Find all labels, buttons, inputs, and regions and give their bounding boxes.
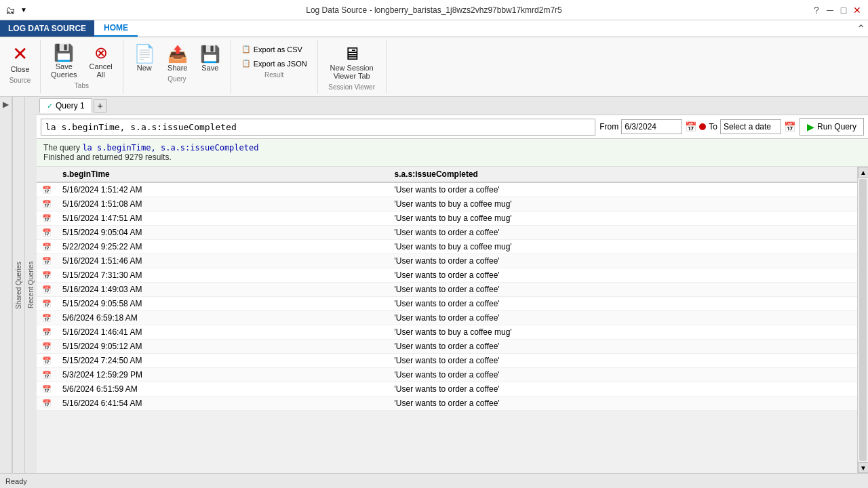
table-row[interactable]: 📅 5/16/2024 1:51:46 AM 'User wants to or… xyxy=(37,254,857,268)
vertical-scrollbar[interactable]: ▲ ▼ xyxy=(857,167,868,473)
query-tab-check-icon: ✓ xyxy=(47,102,53,110)
table-row[interactable]: 📅 5/6/2024 6:51:59 AM 'User wants to ord… xyxy=(37,382,857,396)
row-icon-cell: 📅 xyxy=(37,311,57,325)
calendar-icon: 📅 xyxy=(42,399,52,407)
query-input[interactable] xyxy=(41,119,595,136)
cell-issue-completed: 'User wants to buy a coffee mug' xyxy=(389,240,857,254)
export-csv-icon: 📋 xyxy=(241,45,251,54)
row-icon-cell: 📅 xyxy=(37,240,57,254)
recent-queries-sidebar[interactable]: Recent Queries xyxy=(24,97,37,473)
table-row[interactable]: 📅 5/15/2024 9:05:58 AM 'User wants to or… xyxy=(37,297,857,311)
new-session-viewer-tab-button[interactable]: 🖥 New Session Viewer Tab xyxy=(323,43,380,82)
cancel-all-button[interactable]: ⊗ CancelAll xyxy=(85,43,117,81)
cell-issue-completed: 'User wants to order a coffee' xyxy=(389,354,857,368)
query-tab-1[interactable]: ✓ Query 1 xyxy=(39,98,92,113)
app-icon: 🗂 xyxy=(5,5,15,16)
status-bar: Ready xyxy=(0,473,868,488)
cell-begin-time: 5/16/2024 6:41:54 AM xyxy=(57,396,389,411)
cell-begin-time: 5/6/2024 6:51:59 AM xyxy=(57,382,389,396)
table-row[interactable]: 📅 5/3/2024 12:59:29 PM 'User wants to or… xyxy=(37,368,857,382)
close-button[interactable]: ✕ Close xyxy=(5,43,34,75)
to-date-calendar-button[interactable]: 📅 xyxy=(784,121,795,132)
add-query-tab-button[interactable]: + xyxy=(94,99,107,113)
cell-issue-completed: 'User wants to order a coffee' xyxy=(389,311,857,325)
title-bar-left: 🗂 ▼ xyxy=(5,5,27,16)
session-viewer-icon: 🖥 xyxy=(343,45,361,62)
row-icon-cell: 📅 xyxy=(37,226,57,240)
export-json-button[interactable]: 📋 Export as JSON xyxy=(237,57,312,70)
table-row[interactable]: 📅 5/16/2024 1:47:51 AM 'User wants to bu… xyxy=(37,211,857,226)
help-button[interactable]: ? xyxy=(811,5,822,16)
from-date-input[interactable] xyxy=(621,119,682,134)
from-date-calendar-button[interactable]: 📅 xyxy=(685,121,696,132)
scroll-down-button[interactable]: ▼ xyxy=(858,462,868,473)
system-menu-arrow[interactable]: ▼ xyxy=(20,6,27,14)
cell-begin-time: 5/6/2024 6:59:18 AM xyxy=(57,311,389,325)
scroll-thumb[interactable] xyxy=(859,179,867,461)
results-summary-query: la s.beginTime, s.a.s:issueCompleted xyxy=(82,143,258,152)
title-bar-controls: ? ─ □ ✕ xyxy=(811,5,863,16)
new-button[interactable]: 📄 New xyxy=(129,43,160,74)
save-queries-button[interactable]: 💾 SaveQueries xyxy=(46,43,82,81)
table-row[interactable]: 📅 5/15/2024 7:24:50 AM 'User wants to or… xyxy=(37,354,857,368)
table-row[interactable]: 📅 5/16/2024 1:51:42 AM 'User wants to or… xyxy=(37,182,857,197)
ribbon-group-result-label: Result xyxy=(264,71,283,79)
ribbon-group-source-content: ✕ Close xyxy=(5,43,34,75)
tab-home[interactable]: HOME xyxy=(94,20,138,37)
table-row[interactable]: 📅 5/15/2024 9:05:04 AM 'User wants to or… xyxy=(37,226,857,240)
to-date-input[interactable] xyxy=(720,119,781,134)
row-icon-cell: 📅 xyxy=(37,325,57,340)
run-query-icon: ▶ xyxy=(807,121,814,132)
query-tab-label: Query 1 xyxy=(56,101,85,110)
row-icon-cell: 📅 xyxy=(37,354,57,368)
table-row[interactable]: 📅 5/16/2024 1:49:03 AM 'User wants to or… xyxy=(37,283,857,297)
ribbon-group-source: ✕ Close Source xyxy=(0,40,41,94)
table-row[interactable]: 📅 5/16/2024 1:51:08 AM 'User wants to bu… xyxy=(37,197,857,211)
sidebar-collapse-button[interactable]: ▶ xyxy=(0,97,12,473)
table-row[interactable]: 📅 5/6/2024 6:59:18 AM 'User wants to ord… xyxy=(37,311,857,325)
results-table: s.beginTime s.a.s:issueCompleted 📅 5/16/… xyxy=(37,167,857,411)
cell-begin-time: 5/16/2024 1:46:41 AM xyxy=(57,325,389,340)
run-query-button[interactable]: ▶ Run Query xyxy=(800,118,864,136)
cell-begin-time: 5/15/2024 9:05:04 AM xyxy=(57,226,389,240)
calendar-icon: 📅 xyxy=(42,385,52,393)
table-row[interactable]: 📅 5/16/2024 6:41:54 AM 'User wants to or… xyxy=(37,396,857,411)
ribbon-collapse-button[interactable]: ⌃ xyxy=(854,20,868,37)
table-row[interactable]: 📅 5/15/2024 9:05:12 AM 'User wants to or… xyxy=(37,340,857,354)
export-csv-button[interactable]: 📋 Export as CSV xyxy=(237,43,307,56)
share-button[interactable]: 📤 Share xyxy=(163,44,193,74)
minimize-button[interactable]: ─ xyxy=(825,5,835,16)
save-queries-icon: 💾 xyxy=(54,45,74,61)
cell-issue-completed: 'User wants to order a coffee' xyxy=(389,340,857,354)
col-begin-time: s.beginTime xyxy=(57,167,389,182)
export-json-icon: 📋 xyxy=(241,59,251,68)
results-summary: The query la s.beginTime, s.a.s:issueCom… xyxy=(37,139,868,167)
run-query-label: Run Query xyxy=(817,122,856,131)
calendar-icon: 📅 xyxy=(42,300,52,308)
ribbon-group-tabs-label: Tabs xyxy=(75,82,89,89)
close-window-button[interactable]: ✕ xyxy=(852,5,863,16)
row-icon-cell: 📅 xyxy=(37,368,57,382)
calendar-icon: 📅 xyxy=(42,257,52,265)
ribbon-group-session-viewer: 🖥 New Session Viewer Tab Session Viewer xyxy=(318,40,387,94)
ribbon-group-session-content: 🖥 New Session Viewer Tab xyxy=(323,43,380,82)
status-ready-label: Ready xyxy=(5,477,27,485)
cell-begin-time: 5/16/2024 1:49:03 AM xyxy=(57,283,389,297)
calendar-icon: 📅 xyxy=(42,200,52,208)
tab-log-data-source[interactable]: LOG DATA SOURCE xyxy=(0,20,94,37)
new-icon: 📄 xyxy=(134,45,155,62)
calendar-icon: 📅 xyxy=(42,371,52,379)
title-bar: 🗂 ▼ Log Data Source - longberry_baristas… xyxy=(0,0,868,20)
date-separator-dot xyxy=(699,123,706,130)
scroll-up-button[interactable]: ▲ xyxy=(858,167,868,178)
table-row[interactable]: 📅 5/22/2024 9:25:22 AM 'User wants to bu… xyxy=(37,240,857,254)
maximize-button[interactable]: □ xyxy=(838,5,849,16)
table-row[interactable]: 📅 5/16/2024 1:46:41 AM 'User wants to bu… xyxy=(37,325,857,340)
results-scroll-area[interactable]: s.beginTime s.a.s:issueCompleted 📅 5/16/… xyxy=(37,167,857,473)
save-icon: 💾 xyxy=(200,46,220,62)
cell-issue-completed: 'User wants to buy a coffee mug' xyxy=(389,325,857,340)
save-button[interactable]: 💾 Save xyxy=(195,44,225,74)
calendar-icon: 📅 xyxy=(42,228,52,237)
table-row[interactable]: 📅 5/15/2024 7:31:30 AM 'User wants to or… xyxy=(37,268,857,283)
shared-queries-sidebar[interactable]: Shared Queries xyxy=(12,97,24,473)
